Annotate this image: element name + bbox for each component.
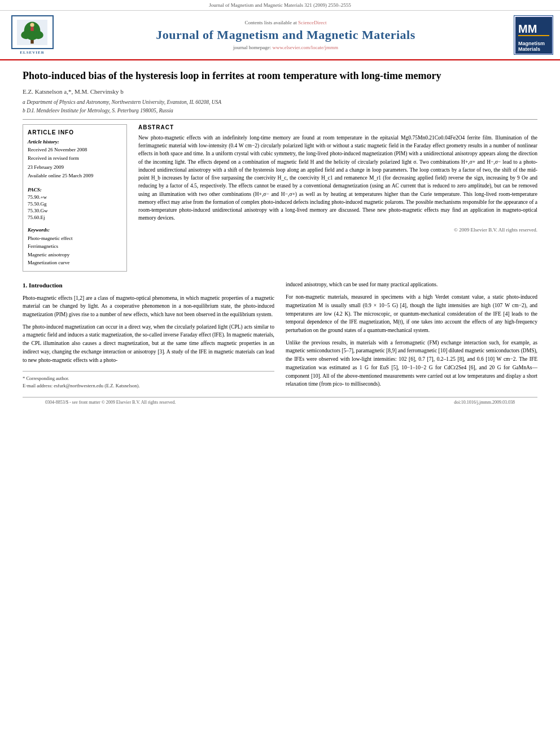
section1-title: Introduction	[29, 282, 63, 289]
journal-citation: Journal of Magnetism and Magnetic Materi…	[209, 2, 351, 8]
section1-right-para1: induced anisotropy, which can be used fo…	[286, 281, 537, 289]
section1-number: 1.	[23, 282, 27, 289]
main-content: Photo-induced bias of the hysteresis loo…	[0, 60, 560, 416]
journal-logo: MM Magnetism Materials	[514, 15, 553, 55]
abstract-text: New photo-magnetic effects with an indef…	[138, 134, 537, 222]
page-wrapper: Journal of Magnetism and Magnetic Materi…	[0, 0, 560, 747]
elsevier-label: ELSEVIER	[20, 50, 44, 55]
keyword-2: Ferrimagnetics	[28, 242, 122, 250]
elsevier-tree-icon	[15, 20, 49, 45]
homepage-link[interactable]: www.elsevier.com/locate/jmmm	[273, 45, 338, 50]
journal-main-title: Journal of Magnetism and Magnetic Materi…	[156, 28, 415, 42]
journal-homepage: journal homepage: www.elsevier.com/locat…	[233, 45, 338, 50]
footer-issn: 0304-8853/$ - see front matter © 2009 El…	[45, 400, 176, 405]
footer-bar: 0304-8853/$ - see front matter © 2009 El…	[23, 397, 537, 407]
sciencedirect-info: Contents lists available at ScienceDirec…	[245, 20, 327, 25]
svg-point-4	[33, 30, 43, 38]
email-note: E-mail address: esfurk@northwestern.edu …	[23, 382, 274, 390]
article-info-col: ARTICLE INFO Article history: Received 2…	[23, 124, 127, 272]
section1-right-para2: For non-magnetic materials, measured in …	[286, 293, 537, 335]
article-info-label: ARTICLE INFO	[28, 129, 122, 136]
abstract-section: ABSTRACT New photo-magnetic effects with…	[138, 124, 537, 272]
svg-point-3	[21, 30, 31, 38]
keywords-label: Keywords:	[28, 227, 122, 233]
footer-doi: doi:10.1016/j.jmmm.2009.03.038	[454, 400, 515, 405]
journal-logo-icon: MM Magnetism Materials	[515, 17, 552, 54]
info-abstract-section: ARTICLE INFO Article history: Received 2…	[23, 124, 537, 272]
elsevier-logo-box	[11, 15, 54, 49]
affiliation-b: b D.I. Mendeleev Institute for Metrology…	[23, 107, 537, 115]
svg-text:Materials: Materials	[518, 46, 540, 52]
divider	[23, 119, 537, 120]
corresponding-author-note: * Corresponding author.	[23, 375, 274, 382]
received-date: Received 26 November 2008	[28, 146, 122, 154]
svg-rect-6	[30, 27, 33, 30]
pacs-label: PACS:	[28, 187, 122, 193]
section1-heading: 1. Introduction	[23, 281, 274, 290]
authors-line: E.Z. Katsnelson a,*, M.M. Chervinsky b	[23, 88, 537, 95]
body-two-col: 1. Introduction Photo-magnetic effects […	[23, 281, 537, 392]
elsevier-logo-area: ELSEVIER	[7, 15, 58, 55]
body-content: 1. Introduction Photo-magnetic effects […	[23, 281, 537, 392]
section1-right-para3: Unlike the previous results, in material…	[286, 339, 537, 388]
body-right-col: induced anisotropy, which can be used fo…	[286, 281, 537, 392]
article-info-box: ARTICLE INFO Article history: Received 2…	[23, 124, 127, 272]
received-revised: Received in revised form	[28, 155, 122, 163]
svg-text:Magnetism: Magnetism	[518, 41, 545, 46]
keyword-3: Magnetic anisotropy	[28, 251, 122, 259]
journal-citation-bar: Journal of Magnetism and Magnetic Materi…	[0, 0, 560, 11]
email-address: esfurk@northwestern.edu (E.Z. Katsnelson…	[54, 383, 139, 388]
section1-para1: Photo-magnetic effects [1,2] are a class…	[23, 294, 274, 319]
affiliation-a: a Department of Physics and Astronomy, N…	[23, 98, 537, 106]
section1-para2: The photo-induced magnetization can occu…	[23, 323, 274, 365]
revised-date: 23 February 2009	[28, 164, 122, 172]
keyword-1: Photo-magnetic effect	[28, 234, 122, 242]
copyright-line: © 2009 Elsevier B.V. All rights reserved…	[138, 227, 537, 233]
pacs-4: 75.60.Ej	[28, 215, 122, 220]
keywords-list: Photo-magnetic effect Ferrimagnetics Mag…	[28, 234, 122, 267]
svg-point-5	[30, 23, 34, 27]
footnote-area: * Corresponding author. E-mail address: …	[23, 371, 274, 390]
article-title: Photo-induced bias of the hysteresis loo…	[23, 69, 537, 82]
email-label: E-mail address:	[23, 383, 53, 388]
history-label: Article history:	[28, 139, 122, 145]
abstract-label: ABSTRACT	[138, 124, 537, 130]
journal-title-area: Contents lists available at ScienceDirec…	[63, 15, 508, 55]
svg-rect-9	[518, 35, 549, 36]
pacs-3: 75.30.Gw	[28, 208, 122, 213]
pacs-2: 75.50.Gg	[28, 201, 122, 207]
keyword-4: Magnetization curve	[28, 259, 122, 267]
svg-text:MM: MM	[518, 23, 537, 35]
affiliations: a Department of Physics and Astronomy, N…	[23, 98, 537, 115]
journal-banner: ELSEVIER Contents lists available at Sci…	[0, 11, 560, 60]
sciencedirect-link[interactable]: ScienceDirect	[298, 20, 326, 25]
available-online: Available online 25 March 2009	[28, 172, 122, 180]
body-left-col: 1. Introduction Photo-magnetic effects […	[23, 281, 274, 392]
pacs-1: 75.90.+w	[28, 194, 122, 200]
